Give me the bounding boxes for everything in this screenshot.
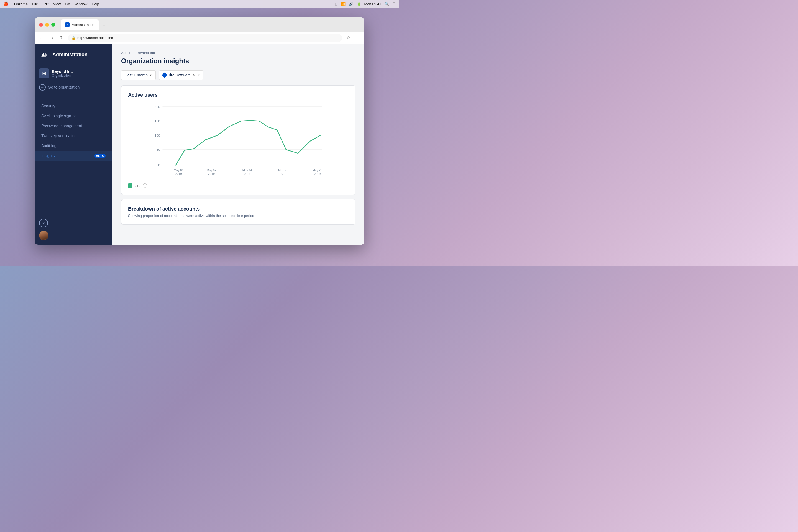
jira-diamond-icon [162,72,167,78]
org-icon: ⊞ [39,69,49,78]
menu-edit[interactable]: Edit [42,2,49,6]
audit-label: Audit log [41,144,56,148]
svg-text:2019: 2019 [244,172,250,175]
chart-line [176,120,320,166]
sidebar-title: Administration [52,52,88,58]
cast-icon: ⊡ [335,2,338,6]
sidebar-header: Administration [35,44,112,65]
sidebar-item-audit[interactable]: Audit log [35,141,112,151]
reload-button[interactable]: ↻ [58,34,66,42]
product-filter-close-button[interactable]: × [193,73,195,77]
breakdown-card: Breakdown of active accounts Showing pro… [121,199,356,225]
org-section: ⊞ Beyond Inc Organization [35,65,112,82]
svg-text:May 07: May 07 [206,169,216,172]
help-button[interactable]: ? [39,218,48,227]
menu-go[interactable]: Go [65,2,70,6]
time-filter-dropdown[interactable]: Last 1 month ▾ [121,70,156,80]
breakdown-title: Breakdown of active accounts [128,206,348,212]
svg-text:2019: 2019 [175,172,182,175]
svg-text:2019: 2019 [208,172,215,175]
chevron-down-icon: ▾ [150,73,152,77]
more-button[interactable]: ⋮ [353,34,361,42]
browser-window: Administration + ← → ↻ 🔒 https://admin.a… [35,17,364,245]
sidebar-item-security[interactable]: Security [35,101,112,111]
page-title: Organization insights [121,57,356,65]
password-label: Password management [41,124,82,128]
app-name[interactable]: Chrome [14,2,28,6]
legend-color-jira [128,184,132,188]
lock-icon: 🔒 [72,36,76,40]
user-avatar[interactable] [39,231,49,240]
svg-text:0: 0 [158,163,160,167]
menu-view[interactable]: View [53,2,61,6]
search-icon[interactable]: 🔍 [385,2,389,6]
go-to-org-label: Go to organization [48,85,79,90]
browser-content: Administration ⊞ Beyond Inc Organization… [35,44,364,245]
svg-text:50: 50 [156,148,160,152]
apple-menu[interactable]: 🍎 [3,1,8,6]
chart-legend: Jira i [128,184,348,188]
tab-favicon [65,22,70,27]
sidebar-item-twostep[interactable]: Two-step verification [35,131,112,141]
org-name: Beyond Inc [52,69,73,74]
traffic-lights [39,23,55,26]
breadcrumb-current: Beyond Inc [137,51,155,55]
main-content: Admin / Beyond Inc Organization insights… [112,44,364,245]
menubar-left: 🍎 Chrome File Edit View Go Window Help [3,1,99,6]
legend-label-jira: Jira [135,184,140,188]
sidebar-item-password[interactable]: Password management [35,121,112,131]
svg-text:150: 150 [155,119,160,123]
new-tab-button[interactable]: + [100,22,108,30]
wifi-icon: 📶 [341,2,345,6]
svg-text:2019: 2019 [314,172,321,175]
twostep-label: Two-step verification [41,134,77,138]
org-info: Beyond Inc Organization [52,69,73,78]
volume-icon: 🔊 [349,2,353,6]
breadcrumb: Admin / Beyond Inc [121,51,356,55]
address-bar[interactable]: 🔒 https://admin.atlassian [68,34,342,42]
legend-info-icon[interactable]: i [143,184,147,188]
menu-icon[interactable]: ☰ [392,2,396,6]
product-filter-expand-button[interactable]: ▾ [198,73,200,77]
forward-button[interactable]: → [48,34,56,42]
browser-titlebar: Administration + [35,17,364,32]
menubar-right: ⊡ 📶 🔊 🔋 Mon 09:41 🔍 ☰ [335,2,396,6]
sidebar-item-saml[interactable]: SAML single sign-on [35,111,112,121]
tab-label: Administration [72,23,94,27]
go-to-org-button[interactable]: ← Go to organization [39,83,108,92]
menu-bar: 🍎 Chrome File Edit View Go Window Help ⊡… [0,0,399,8]
product-filter: Jira Software × ▾ [159,70,203,80]
minimize-button[interactable] [45,23,49,26]
info-icon: i [145,184,145,187]
beta-badge: BETA [94,154,106,158]
sidebar: Administration ⊞ Beyond Inc Organization… [35,44,112,245]
menu-help[interactable]: Help [92,2,99,6]
breadcrumb-separator: / [134,51,135,55]
active-tab[interactable]: Administration [61,19,99,30]
tab-bar: Administration + [61,19,360,30]
bookmark-button[interactable]: ☆ [344,34,352,42]
back-button[interactable]: ← [38,34,46,42]
close-button[interactable] [39,23,43,26]
breadcrumb-admin[interactable]: Admin [121,51,131,55]
battery-icon: 🔋 [357,2,361,6]
insights-label: Insights [41,153,55,158]
menu-file[interactable]: File [32,2,38,6]
time-filter-label: Last 1 month [125,73,148,77]
breakdown-subtitle: Showing proportion of accounts that were… [128,214,348,218]
menu-window[interactable]: Window [75,2,87,6]
go-org-icon: ← [39,84,46,91]
sidebar-item-insights[interactable]: Insights BETA [35,151,112,161]
avatar-image [39,231,49,240]
maximize-button[interactable] [51,23,55,26]
svg-text:2019: 2019 [280,172,286,175]
svg-text:May 21: May 21 [278,169,288,172]
product-filter-label: Jira Software [168,73,191,77]
sidebar-bottom: ? [35,214,112,245]
chart-svg: 200 150 100 50 0 [128,102,348,180]
filters-row: Last 1 month ▾ Jira Software × ▾ [121,70,356,80]
time-display: Mon 09:41 [364,2,381,6]
active-users-title: Active users [128,92,348,98]
security-label: Security [41,103,55,108]
browser-toolbar: ← → ↻ 🔒 https://admin.atlassian ☆ ⋮ [35,32,364,44]
